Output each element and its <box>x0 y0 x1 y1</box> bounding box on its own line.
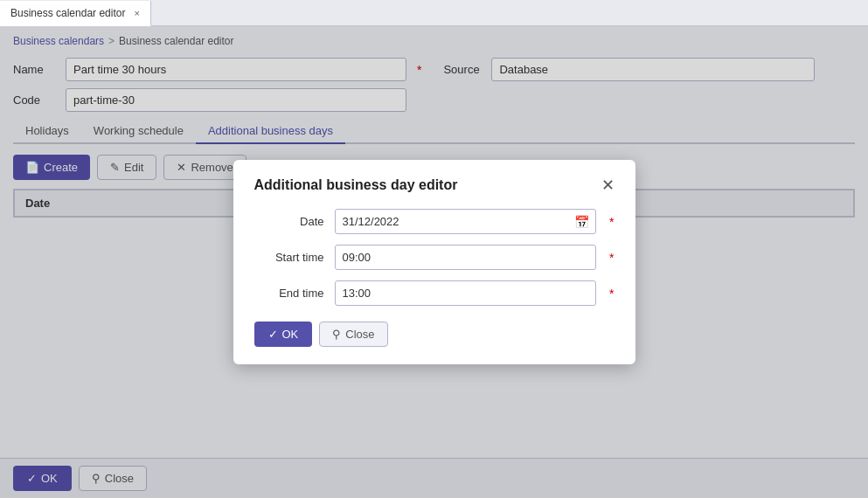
modal-header: Additional business day editor ✕ <box>254 177 615 193</box>
tab-close-icon[interactable]: × <box>134 8 139 18</box>
modal-end-time-required-star: * <box>609 287 614 301</box>
modal-date-input-wrap: 📅 <box>335 209 597 234</box>
modal-title: Additional business day editor <box>254 177 458 193</box>
tab-bar: Business calendar editor × <box>0 0 868 26</box>
modal-end-time-label: End time <box>254 287 324 300</box>
modal-start-time-row: Start time * <box>254 245 615 270</box>
modal-close-label: Close <box>345 328 374 341</box>
tab-label: Business calendar editor <box>10 7 125 19</box>
modal-start-time-required-star: * <box>609 251 614 265</box>
modal-date-label: Date <box>254 215 324 228</box>
modal-close-circle-icon: ⚲ <box>332 328 341 341</box>
modal-dialog: Additional business day editor ✕ Date 📅 … <box>233 160 635 364</box>
modal-footer: ✓ OK ⚲ Close <box>254 322 615 347</box>
main-content: Business calendars > Business calendar e… <box>0 26 868 498</box>
modal-start-time-input[interactable] <box>335 245 597 270</box>
modal-ok-check-icon: ✓ <box>268 328 278 341</box>
calendar-icon[interactable]: 📅 <box>574 215 589 229</box>
tab-business-calendar-editor[interactable]: Business calendar editor × <box>0 1 151 26</box>
modal-close-button[interactable]: ⚲ Close <box>319 322 387 347</box>
modal-ok-button[interactable]: ✓ OK <box>254 322 313 347</box>
modal-end-time-row: End time * <box>254 280 615 306</box>
modal-date-required-star: * <box>609 215 614 229</box>
modal-end-time-input[interactable] <box>335 280 597 306</box>
modal-end-time-input-wrap <box>335 280 597 306</box>
modal-close-x-button[interactable]: ✕ <box>601 177 615 193</box>
modal-overlay: Additional business day editor ✕ Date 📅 … <box>0 26 868 498</box>
modal-ok-label: OK <box>282 328 299 341</box>
modal-date-input[interactable] <box>335 209 597 234</box>
modal-start-time-label: Start time <box>254 251 324 264</box>
modal-start-time-input-wrap <box>335 245 597 270</box>
modal-date-row: Date 📅 * <box>254 209 615 234</box>
